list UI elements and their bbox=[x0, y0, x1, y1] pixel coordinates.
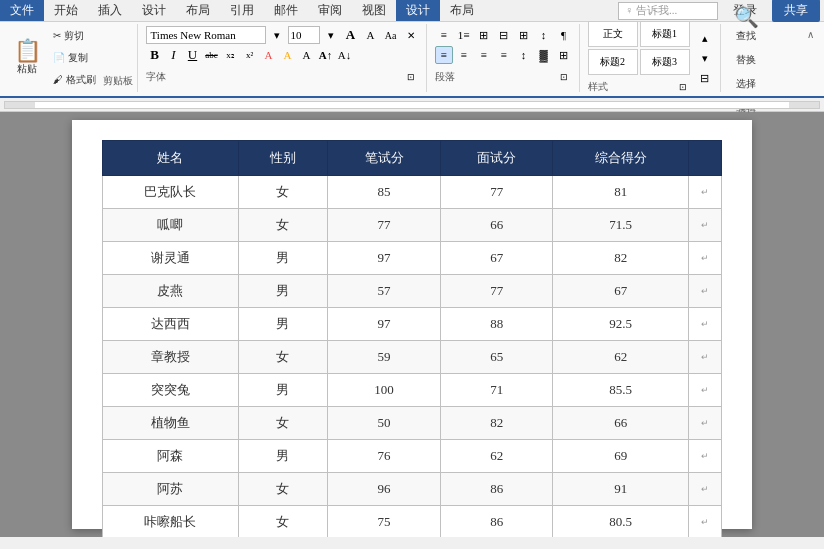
menu-view[interactable]: 视图 bbox=[352, 0, 396, 21]
font-enlarge2-button[interactable]: A↑ bbox=[317, 46, 335, 64]
cell-4-3: 88 bbox=[440, 308, 553, 341]
menu-mailings[interactable]: 邮件 bbox=[264, 0, 308, 21]
menu-layout1[interactable]: 布局 bbox=[176, 0, 220, 21]
cell-9-4: 91 bbox=[553, 473, 689, 506]
table-row: 植物鱼女508266↵ bbox=[103, 407, 722, 440]
paste-button[interactable]: 📋 粘贴 bbox=[8, 26, 46, 90]
cell-7-2: 50 bbox=[328, 407, 441, 440]
cell-4-4: 92.5 bbox=[553, 308, 689, 341]
justify-button[interactable]: ≡ bbox=[495, 46, 513, 64]
menu-design1[interactable]: 设计 bbox=[132, 0, 176, 21]
highlight-button[interactable]: A bbox=[279, 46, 297, 64]
font-enlarge-button[interactable]: A bbox=[342, 26, 360, 44]
edit-group: 🔍 查找 替换 选择 编辑 bbox=[723, 24, 770, 92]
style-scroll-up[interactable]: ▴ bbox=[696, 29, 714, 47]
para-row1: ≡ 1≡ ⊞ ⊟ ⊞ ↕ ¶ bbox=[435, 26, 573, 44]
cell-10-1: 女 bbox=[238, 506, 328, 538]
format-painter-button[interactable]: 🖌 格式刷 bbox=[48, 71, 101, 89]
replace-button[interactable]: 替换 bbox=[731, 50, 761, 70]
font-size-dropdown[interactable]: ▾ bbox=[322, 26, 340, 44]
cell-3-1: 男 bbox=[238, 275, 328, 308]
italic-button[interactable]: I bbox=[165, 46, 183, 64]
paragraph-group: ≡ 1≡ ⊞ ⊟ ⊞ ↕ ¶ ≡ ≡ ≡ ≡ ↕ ▓ ⊞ 段落 ⊡ bbox=[429, 24, 580, 92]
select-button[interactable]: 选择 bbox=[731, 74, 761, 94]
style-heading2[interactable]: 标题2 bbox=[588, 49, 638, 75]
para-group-expand[interactable]: ⊡ bbox=[555, 68, 573, 86]
cell-3-3: 77 bbox=[440, 275, 553, 308]
align-center-button[interactable]: ≡ bbox=[455, 46, 473, 64]
line-spacing-button[interactable]: ↕ bbox=[515, 46, 533, 64]
shading-button[interactable]: ▓ bbox=[535, 46, 553, 64]
font-name-row: Times New Roman ▾ 10 ▾ A A Aa ✕ bbox=[146, 26, 420, 44]
font-color-button[interactable]: A bbox=[260, 46, 278, 64]
cell-5-2: 59 bbox=[328, 341, 441, 374]
cell-1-3: 66 bbox=[440, 209, 553, 242]
multilevel-button[interactable]: ⊞ bbox=[475, 26, 493, 44]
font-size-input[interactable]: 10 bbox=[288, 26, 320, 44]
sort-button[interactable]: ↕ bbox=[535, 26, 553, 44]
style-group-expand[interactable]: ⊡ bbox=[674, 78, 692, 96]
share-button[interactable]: 共享 bbox=[772, 0, 820, 22]
cell-1-4: 71.5 bbox=[553, 209, 689, 242]
menu-layout2[interactable]: 布局 bbox=[440, 0, 484, 21]
para-group-label: 段落 bbox=[435, 70, 455, 84]
cell-2-1: 男 bbox=[238, 242, 328, 275]
indent-increase-button[interactable]: ⊞ bbox=[515, 26, 533, 44]
cell-3-0: 皮燕 bbox=[103, 275, 239, 308]
strikethrough-button[interactable]: abc bbox=[203, 46, 221, 64]
align-left-button[interactable]: ≡ bbox=[435, 46, 453, 64]
font-case-button[interactable]: Aa bbox=[382, 26, 400, 44]
style-heading1[interactable]: 标题1 bbox=[640, 21, 690, 47]
table-row: 呱唧女776671.5↵ bbox=[103, 209, 722, 242]
font-color2-button[interactable]: A bbox=[298, 46, 316, 64]
font-group-expand[interactable]: ⊡ bbox=[402, 68, 420, 86]
style-group-label: 样式 bbox=[588, 80, 608, 94]
para-mark-button[interactable]: ¶ bbox=[555, 26, 573, 44]
cell-7-0: 植物鱼 bbox=[103, 407, 239, 440]
font-name-input[interactable]: Times New Roman bbox=[146, 26, 266, 44]
copy-button[interactable]: 📄 复制 bbox=[48, 49, 101, 67]
cut-button[interactable]: ✂ 剪切 bbox=[48, 27, 101, 45]
menu-insert[interactable]: 插入 bbox=[88, 0, 132, 21]
header-interview: 面试分 bbox=[440, 141, 553, 176]
clear-format-button[interactable]: ✕ bbox=[402, 26, 420, 44]
document-area: 姓名 性别 笔试分 面试分 综合得分 巴克队长女857781↵呱唧女776671… bbox=[0, 112, 824, 537]
bullets-button[interactable]: ≡ bbox=[435, 26, 453, 44]
tell-me-input[interactable]: ♀ 告诉我... bbox=[618, 2, 718, 20]
cell-9-3: 86 bbox=[440, 473, 553, 506]
menu-file[interactable]: 文件 bbox=[0, 0, 44, 21]
border-button[interactable]: ⊞ bbox=[555, 46, 573, 64]
style-group: 正文 标题1 标题2 标题3 样式 ⊡ ▴ ▾ ⊟ bbox=[582, 24, 721, 92]
cell-2-2: 97 bbox=[328, 242, 441, 275]
font-shrink2-button[interactable]: A↓ bbox=[336, 46, 354, 64]
style-more[interactable]: ⊟ bbox=[696, 69, 714, 87]
underline-button[interactable]: U bbox=[184, 46, 202, 64]
cell-5-4: 62 bbox=[553, 341, 689, 374]
menu-design2[interactable]: 设计 bbox=[396, 0, 440, 21]
menu-home[interactable]: 开始 bbox=[44, 0, 88, 21]
find-button[interactable]: 🔍 查找 bbox=[729, 2, 764, 46]
menu-review[interactable]: 审阅 bbox=[308, 0, 352, 21]
subscript-button[interactable]: x₂ bbox=[222, 46, 240, 64]
cell-4-extra: ↵ bbox=[689, 308, 722, 341]
superscript-button[interactable]: x² bbox=[241, 46, 259, 64]
style-normal[interactable]: 正文 bbox=[588, 21, 638, 47]
bold-button[interactable]: B bbox=[146, 46, 164, 64]
align-right-button[interactable]: ≡ bbox=[475, 46, 493, 64]
indent-decrease-button[interactable]: ⊟ bbox=[495, 26, 513, 44]
menu-references[interactable]: 引用 bbox=[220, 0, 264, 21]
cell-1-extra: ↵ bbox=[689, 209, 722, 242]
font-shrink-button[interactable]: A bbox=[362, 26, 380, 44]
cell-0-2: 85 bbox=[328, 176, 441, 209]
style-heading3[interactable]: 标题3 bbox=[640, 49, 690, 75]
cell-7-1: 女 bbox=[238, 407, 328, 440]
font-name-dropdown[interactable]: ▾ bbox=[268, 26, 286, 44]
cell-8-1: 男 bbox=[238, 440, 328, 473]
menu-bar: 文件 开始 插入 设计 布局 引用 邮件 审阅 视图 设计 布局 ♀ 告诉我..… bbox=[0, 0, 824, 22]
cell-8-extra: ↵ bbox=[689, 440, 722, 473]
cell-3-4: 67 bbox=[553, 275, 689, 308]
numbering-button[interactable]: 1≡ bbox=[455, 26, 473, 44]
style-scroll-down[interactable]: ▾ bbox=[696, 49, 714, 67]
cell-7-extra: ↵ bbox=[689, 407, 722, 440]
collapse-ribbon-button[interactable]: ∧ bbox=[802, 26, 818, 42]
